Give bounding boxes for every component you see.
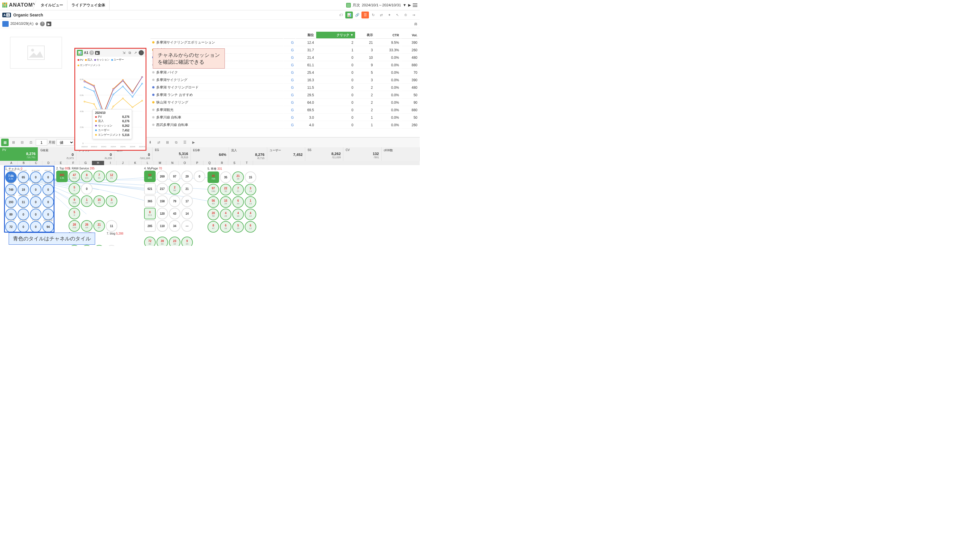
tile[interactable]: 285 [144,220,156,232]
tile[interactable]: 150 [81,245,92,246]
metric-流入[interactable]: 流入8,276/8,715 [229,147,267,161]
tile[interactable]: p.other 0 [30,196,41,208]
col-B[interactable]: B [18,161,30,165]
date-video-icon[interactable]: ▶ [46,22,51,26]
table-row[interactable]: 多摩湖 サイクリングロード G11.5020.0%480 [150,84,419,91]
tile[interactable]: 612 [245,221,256,233]
tile[interactable]: 186 [81,195,92,207]
tile[interactable]: 43 [169,208,180,219]
col-M[interactable]: M [154,161,166,165]
col-vol[interactable]: Vol. [401,32,419,39]
tile[interactable]: 56 [68,183,80,195]
tile[interactable]: 2230 [220,184,231,195]
tile[interactable]: crs.net. 65 [18,171,29,183]
col-G[interactable]: G [80,161,92,165]
col-Q[interactable]: Q [204,161,216,165]
tile[interactable]: 8101 [81,171,92,182]
metric-CV[interactable]: CV132/301 [343,147,381,161]
tile[interactable]: 1221 [106,171,117,182]
tool-icon-2[interactable]: ⊟ [18,139,26,146]
col-N[interactable]: N [166,161,179,165]
col-J[interactable]: J [117,161,129,165]
tile[interactable]: 743 [93,171,105,182]
tile[interactable]: 428 [220,209,231,220]
col-R[interactable]: R [216,161,228,165]
col-D[interactable]: D [42,161,55,165]
metric-EG率[interactable]: EG率64% [191,147,229,161]
tile[interactable]: 620 [232,196,244,208]
tile[interactable]: 0 [194,171,205,182]
chart-type-icon[interactable]: 📊 [77,50,83,56]
tile[interactable]: audio 0 [42,196,54,208]
col-ctr[interactable]: CTR [375,32,401,39]
tile[interactable]: 621 [144,183,156,195]
date-help-icon[interactable]: ? [40,22,45,26]
chart-video-icon[interactable]: ▶ [95,51,100,55]
menu-icon[interactable] [413,3,417,7]
metric-cKW数[interactable]: cKW数 [382,147,420,161]
tile[interactable]: 97 [169,171,180,182]
col-I[interactable]: I [104,161,117,165]
tile[interactable]: 421 [93,245,105,246]
col-F[interactable]: F [67,161,80,165]
tile[interactable]: 269 [156,171,168,182]
tile[interactable]: 29 [181,171,193,182]
list-icon[interactable]: ☰ [361,11,369,19]
tile[interactable]: 7280 [144,237,156,246]
tile[interactable]: 0 [81,183,92,195]
tile[interactable]: p.social 0 [30,171,41,183]
tile[interactable]: 2127 [93,220,105,232]
tile[interactable]: o.search 19 [18,184,29,195]
tile[interactable]: unassign 11 [18,196,29,208]
tile[interactable]: 69194 [68,245,80,246]
table-row[interactable]: 多摩湖観光 G69.5020.0%880 [150,106,419,114]
tab-site[interactable]: ライドアウェイ全体 [67,0,110,10]
tile[interactable]: referral 72 [5,221,17,233]
tile[interactable]: 847 [208,221,219,233]
tile[interactable]: o.social 193 [5,196,17,208]
tile[interactable]: 47614 [68,171,80,182]
tile[interactable]: 1532 [93,195,105,207]
copy-icon[interactable]: ⧉ [127,50,132,56]
tile[interactable]: email 89 [5,209,17,220]
tile[interactable]: 2664 [81,220,92,232]
tile[interactable]: mb.pn. 0 [42,171,54,183]
tile[interactable]: 318 [106,195,117,207]
date-mode-icon[interactable] [2,21,9,27]
tile[interactable]: o.video 0 [30,209,41,220]
tile[interactable]: 3960 [156,237,168,246]
tile[interactable]: 35 [220,171,231,183]
metric-G検索[interactable]: G検索0/5,973 [38,147,76,161]
tile[interactable]: 内部遷移 94 [42,221,54,233]
col-S[interactable]: S [228,161,241,165]
table-icon[interactable]: ⊞ [164,139,171,146]
chart-help-icon[interactable]: ? [89,51,94,55]
tile[interactable]: 296 [169,183,180,195]
expand-icon[interactable]: ⇲ [121,50,127,56]
col-rank[interactable]: 順位 [296,32,316,39]
table-row[interactable]: 狭山湖 サイクリング G64.0020.0%90 [150,99,419,106]
sparkle-icon[interactable]: ✦ [386,11,393,19]
dropdown-icon[interactable]: ▼ [402,3,406,7]
tile[interactable]: 1529 [220,196,231,208]
history-icon[interactable]: ↻ [369,11,377,19]
tile[interactable]: 217 [156,183,168,195]
metric-PV[interactable]: PV8,276/16,761 [0,147,38,161]
tile[interactable]: 2334 [169,237,180,246]
col-C[interactable]: C [30,161,42,165]
link-icon[interactable]: 🔗 [353,11,361,19]
table-row[interactable]: 多摩湖サイクリング G16.3030.0%390 [150,77,419,84]
download-icon[interactable]: ⬇ [146,139,154,146]
col-E[interactable]: E [55,161,67,165]
swap-icon[interactable]: ⇄ [155,139,162,146]
col-P[interactable]: P [191,161,204,165]
tile[interactable]: 11 [106,245,117,246]
tile[interactable]: 34 [169,220,180,232]
close-icon[interactable]: ✕ [138,50,144,56]
tile[interactable]: 314 [245,184,256,195]
date-value[interactable]: 2024/10/29(火) [10,21,33,26]
tile[interactable]: 9356 [68,195,80,207]
tile[interactable]: 110 [156,220,168,232]
tile[interactable]: 8313 [144,208,156,219]
tile[interactable]: 28216 [68,220,80,232]
